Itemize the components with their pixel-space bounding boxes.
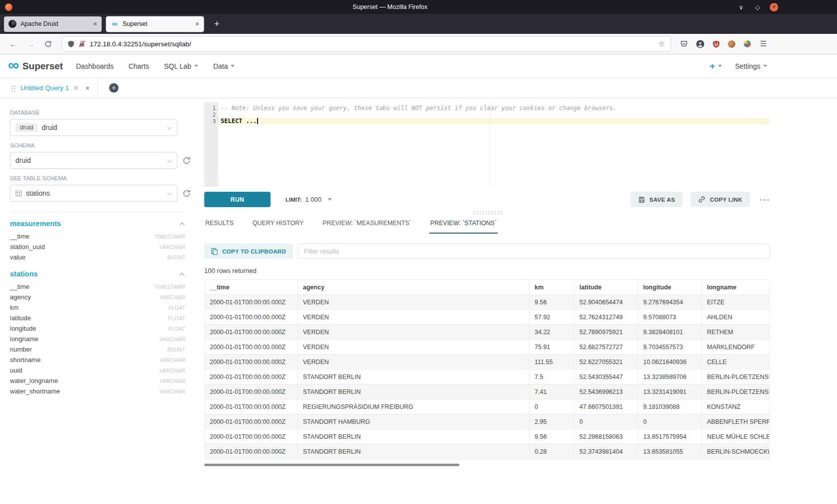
nav-charts[interactable]: Charts [129, 62, 149, 70]
insecure-lock-icon[interactable] [79, 40, 85, 47]
chevron-down-icon [167, 125, 172, 130]
reload-button[interactable] [40, 38, 56, 50]
results-column-header[interactable]: latitude [574, 280, 638, 295]
row-count: 100 rows returned [204, 267, 770, 274]
collapse-icon[interactable] [180, 222, 185, 227]
schema-column-row: station_uuidVARCHAR [10, 242, 185, 252]
limit-value: 1 000 [305, 196, 322, 203]
window-close-icon[interactable]: × [770, 3, 778, 11]
extensions-pinwheel-icon[interactable] [740, 40, 755, 48]
tab-close-icon[interactable]: × [195, 20, 199, 28]
table-cell: 2000-01-01T00:00:00.000Z [205, 355, 298, 370]
resize-handle[interactable] [473, 211, 502, 214]
table-cell: 2000-01-01T00:00:00.000Z [205, 444, 298, 459]
url-bar[interactable]: 172.18.0.4:32251/superset/sqllab/ ☆ [62, 36, 671, 51]
database-select[interactable]: druid druid [10, 119, 177, 136]
query-tab[interactable]: Untitled Query 1 × [6, 78, 98, 98]
results-column-header[interactable]: km [530, 280, 574, 295]
brand-name: Superset [22, 61, 63, 72]
sql-editor[interactable]: 1 2 3 -- Note: Unless you save your quer… [204, 102, 770, 187]
table-cell: 52.6827572727 [574, 340, 638, 355]
results-column-header[interactable]: __time [205, 280, 298, 295]
query-tab-bar: Untitled Query 1 × + [0, 78, 837, 98]
nav-dashboards[interactable]: Dashboards [76, 62, 114, 70]
results-table: __timeagencykmlatitudelongitudelongname … [204, 279, 770, 459]
tab-close-icon[interactable]: × [93, 20, 97, 28]
schema-table-header[interactable]: stations [10, 270, 185, 278]
account-avatar-icon[interactable] [693, 40, 708, 48]
results-column-header[interactable]: agency [298, 280, 530, 295]
table-cell: 52.5430355447 [574, 370, 638, 384]
ublock-origin-icon[interactable] [709, 40, 723, 48]
result-tab[interactable]: PREVIEW: `STATIONS` [429, 215, 498, 234]
save-as-button[interactable]: SAVE AS [631, 192, 683, 207]
settings-menu[interactable]: Settings [735, 62, 767, 70]
drag-handle-icon[interactable] [11, 85, 16, 92]
table-cell: CELLE [702, 355, 770, 370]
editor-code-area[interactable]: -- Note: Unless you save your query, the… [218, 102, 770, 187]
table-cell: 2000-01-01T00:00:00.000Z [205, 340, 298, 355]
column-type: FLOAT [168, 326, 185, 332]
close-query-tab-icon[interactable]: × [86, 84, 90, 92]
filter-results-input[interactable] [298, 244, 770, 259]
chevron-down-icon [763, 65, 767, 67]
result-tab[interactable]: QUERY HISTORY [252, 215, 305, 234]
results-column-header[interactable]: longname [702, 280, 770, 295]
schema-select[interactable]: druid [10, 152, 177, 169]
table-cell: 34.22 [530, 325, 574, 340]
collapse-icon[interactable] [180, 272, 185, 277]
line-number: 3 [204, 118, 216, 125]
schema-table-header[interactable]: measurements [10, 220, 185, 228]
limit-dropdown[interactable]: LIMIT: 1 000 [285, 196, 332, 203]
schema-column-row: uuidVARCHAR [10, 365, 185, 376]
chevron-down-icon [718, 65, 722, 67]
column-name: shortname [10, 356, 40, 364]
table-cell: VERDEN [298, 295, 530, 310]
pocket-icon[interactable] [677, 40, 692, 48]
superset-logo[interactable]: ∞ Superset [8, 59, 63, 73]
url-text[interactable]: 172.18.0.4:32251/superset/sqllab/ [90, 40, 654, 48]
column-type: TIMESTAMP [154, 234, 185, 240]
new-tab-button[interactable]: + [210, 19, 224, 29]
table-row: 2000-01-01T00:00:00.000ZSTANDORT BERLIN7… [205, 384, 770, 399]
table-row: 2000-01-01T00:00:00.000ZSTANDORT HAMBURG… [205, 414, 770, 429]
copy-to-clipboard-button[interactable]: COPY TO CLIPBOARD [204, 244, 293, 259]
table-cell: STANDORT BERLIN [298, 429, 530, 444]
add-new-button[interactable]: + [709, 61, 722, 71]
result-tab[interactable]: RESULTS [204, 215, 235, 234]
run-button[interactable]: RUN [204, 192, 271, 207]
firefox-icon [5, 3, 12, 11]
nav-menu: Dashboards Charts SQL Lab Data [76, 62, 235, 70]
schema-column-row: longitudeFLOAT [10, 323, 185, 334]
table-schema-select[interactable]: stations [10, 185, 177, 202]
result-tab[interactable]: PREVIEW: `MEASUREMENTS` [321, 215, 412, 234]
table-cell: VERDEN [298, 325, 530, 340]
results-column-header[interactable]: longitude [638, 280, 702, 295]
nav-sql-lab[interactable]: SQL Lab [164, 62, 198, 70]
table-cell: 9.56 [530, 295, 574, 310]
window-maximize-icon[interactable]: ◇ [753, 3, 762, 11]
shield-icon[interactable] [68, 40, 74, 48]
forward-button[interactable]: → [22, 38, 39, 50]
refresh-schema-icon[interactable] [182, 156, 191, 165]
table-cell: ABBENFLETH SPERRWERK [702, 414, 770, 429]
back-button[interactable]: ← [5, 38, 21, 50]
browser-tab-superset[interactable]: ∞ Superset × [106, 16, 204, 32]
settings-label: Settings [735, 62, 760, 70]
refresh-table-icon[interactable] [182, 189, 191, 198]
column-name: number [10, 346, 32, 353]
more-options-icon[interactable] [759, 198, 770, 201]
bookmark-star-icon[interactable]: ☆ [658, 39, 665, 48]
add-query-tab-button[interactable]: + [109, 83, 119, 93]
button-label: SAVE AS [650, 197, 675, 203]
table-cell: 0 [530, 399, 574, 414]
table-cell: 2000-01-01T00:00:00.000Z [205, 310, 298, 325]
menu-icon[interactable]: ☰ [756, 37, 771, 50]
extension-icon[interactable] [728, 40, 735, 48]
browser-tab-apache-druid[interactable]: Apache Druid × [4, 16, 102, 32]
horizontal-scrollbar[interactable] [204, 464, 459, 466]
column-type: VARCHAR [159, 294, 185, 300]
nav-data[interactable]: Data [213, 62, 235, 70]
copy-link-button[interactable]: COPY LINK [691, 192, 750, 207]
window-shade-icon[interactable]: ∨ [737, 3, 745, 11]
